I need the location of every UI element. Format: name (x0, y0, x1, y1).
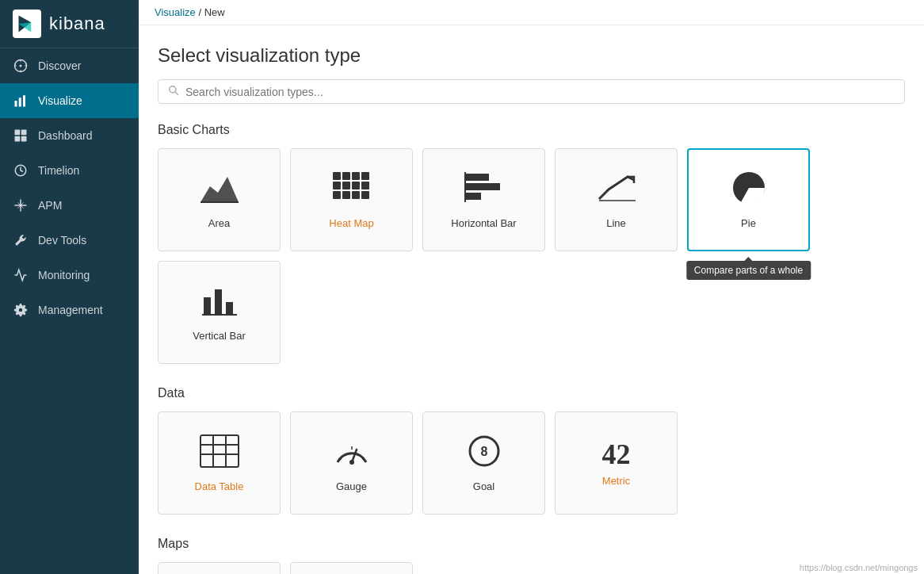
svg-rect-3 (19, 98, 21, 106)
svg-marker-12 (200, 177, 239, 202)
svg-point-1 (20, 65, 22, 67)
viz-card-line-label: Line (606, 217, 626, 229)
content-area: Select visualization type Basic Charts A… (139, 25, 924, 574)
horizontal-bar-icon (464, 170, 505, 211)
sidebar-item-dashboard[interactable]: Dashboard (0, 118, 139, 153)
sidebar-item-monitoring[interactable]: Monitoring (0, 258, 139, 293)
data-table-icon (199, 434, 240, 474)
sidebar-label-apm: APM (38, 199, 62, 212)
viz-card-data-table[interactable]: Data Table (158, 411, 281, 515)
basic-charts-section: Basic Charts Area (158, 123, 905, 364)
svg-text:8: 8 (480, 445, 487, 458)
gear-icon (13, 302, 29, 318)
viz-card-heat-map-label: Heat Map (329, 217, 373, 229)
metric-icon: 42 (602, 440, 631, 469)
viz-card-data-table-label: Data Table (195, 480, 244, 492)
viz-card-goal[interactable]: 8 Goal (422, 411, 545, 515)
svg-rect-25 (361, 191, 369, 199)
svg-rect-5 (15, 130, 21, 136)
heat-map-icon (331, 170, 372, 211)
viz-card-pie[interactable]: Pie Compare parts of a whole (687, 148, 810, 251)
viz-card-horizontal-bar-label: Horizontal Bar (451, 217, 516, 229)
breadcrumb-separator: / (198, 6, 204, 18)
vertical-bar-icon (199, 283, 240, 323)
viz-card-heat-map[interactable]: Heat Map (290, 148, 413, 251)
basic-charts-grid: Area Heat Map (158, 148, 905, 364)
sidebar-item-devtools[interactable]: Dev Tools (0, 223, 139, 258)
status-url: https://blog.csdn.net/mingongs (800, 563, 918, 572)
data-section-title: Data (158, 386, 905, 400)
sidebar-item-discover[interactable]: Discover (0, 48, 139, 83)
page-title: Select visualization type (158, 44, 905, 67)
sidebar-item-management[interactable]: Management (0, 293, 139, 327)
kibana-logo-text: kibana (49, 13, 105, 34)
sidebar-label-devtools: Dev Tools (38, 234, 86, 247)
pie-icon (728, 170, 769, 211)
viz-card-area-label: Area (208, 217, 230, 229)
svg-rect-27 (465, 183, 500, 190)
svg-rect-7 (15, 136, 21, 142)
sidebar-item-visualize[interactable]: Visualize (0, 83, 139, 118)
sidebar-label-discover: Discover (38, 59, 81, 72)
sidebar-label-visualize: Visualize (38, 94, 82, 107)
viz-card-region-map[interactable]: Region Map (290, 562, 413, 574)
svg-point-42 (349, 460, 354, 465)
search-input[interactable] (185, 86, 895, 98)
svg-rect-15 (342, 172, 350, 180)
svg-rect-33 (215, 289, 222, 315)
svg-rect-21 (361, 182, 369, 189)
svg-rect-2 (15, 101, 17, 107)
logo-area: kibana (0, 0, 139, 48)
sidebar-item-apm[interactable]: APM (0, 188, 139, 223)
svg-rect-23 (342, 191, 350, 199)
pie-tooltip: Compare parts of a whole (686, 261, 811, 280)
viz-card-line[interactable]: Line (555, 148, 678, 251)
svg-rect-20 (352, 182, 360, 189)
basic-charts-title: Basic Charts (158, 123, 905, 137)
svg-rect-28 (465, 193, 481, 200)
svg-rect-32 (204, 297, 211, 315)
svg-rect-14 (333, 172, 341, 180)
dashboard-icon (13, 128, 29, 144)
main-content: Visualize / New Select visualization typ… (139, 0, 924, 574)
sidebar-label-management: Management (38, 304, 103, 316)
sidebar-label-dashboard: Dashboard (38, 129, 93, 142)
svg-rect-19 (342, 182, 350, 189)
search-bar[interactable] (158, 79, 905, 104)
viz-card-pie-label: Pie (741, 217, 756, 229)
sidebar-label-monitoring: Monitoring (38, 269, 90, 281)
area-icon (199, 170, 240, 211)
sidebar-label-timelion: Timelion (38, 164, 79, 177)
viz-card-horizontal-bar[interactable]: Horizontal Bar (422, 148, 545, 251)
sidebar-item-timelion[interactable]: Timelion (0, 153, 139, 188)
viz-card-vertical-bar-label: Vertical Bar (193, 330, 245, 342)
line-icon (596, 170, 637, 211)
viz-card-metric-label: Metric (602, 475, 630, 487)
data-section: Data Data Table (158, 386, 905, 515)
viz-card-vertical-bar[interactable]: Vertical Bar (158, 261, 281, 364)
svg-rect-22 (333, 191, 341, 199)
viz-card-gauge-label: Gauge (336, 480, 367, 492)
breadcrumb-parent[interactable]: Visualize (155, 6, 196, 18)
viz-card-gauge[interactable]: Gauge (290, 411, 413, 515)
search-icon (168, 85, 179, 98)
svg-point-10 (170, 86, 176, 93)
viz-card-area[interactable]: Area (158, 148, 281, 251)
svg-rect-6 (21, 130, 27, 136)
svg-rect-18 (333, 182, 341, 189)
data-grid: Data Table Gauge (158, 411, 905, 515)
svg-rect-8 (21, 136, 27, 142)
kibana-logo-icon (13, 10, 41, 38)
gauge-icon (331, 434, 372, 474)
apm-icon (13, 197, 29, 213)
svg-rect-16 (352, 172, 360, 180)
viz-card-metric[interactable]: 42 Metric (555, 411, 678, 515)
svg-rect-24 (352, 191, 360, 199)
maps-section-title: Maps (158, 537, 905, 551)
viz-card-coordinate-map[interactable]: Coordinate Map (158, 562, 281, 574)
svg-line-11 (175, 92, 178, 95)
svg-rect-36 (200, 435, 239, 467)
breadcrumb-current: New (204, 6, 225, 18)
svg-rect-34 (226, 302, 233, 315)
timelion-icon (13, 163, 29, 178)
